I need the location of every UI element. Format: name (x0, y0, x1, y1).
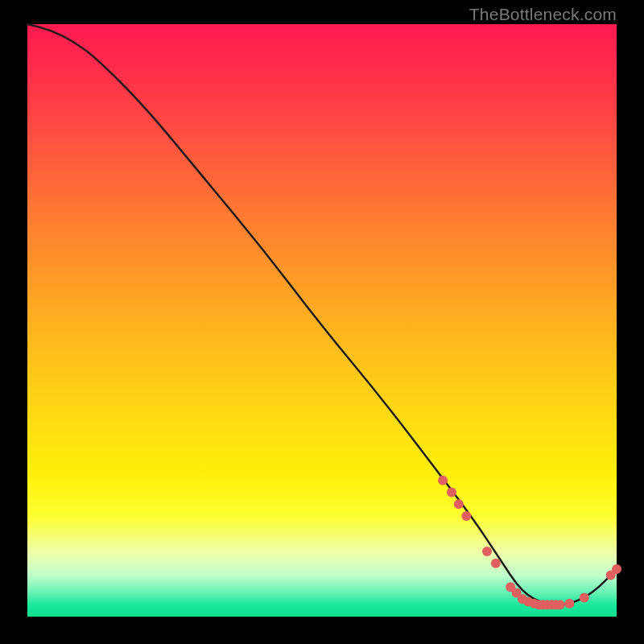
plot-area (27, 24, 617, 617)
bottleneck-curve (27, 24, 617, 605)
watermark-text: TheBottleneck.com (469, 5, 617, 24)
data-marker (612, 564, 621, 574)
data-marker (454, 499, 464, 509)
data-marker (580, 592, 589, 602)
curve-layer (27, 24, 617, 617)
chart-frame: TheBottleneck.com (0, 0, 644, 644)
marker-group (438, 476, 621, 610)
data-marker (564, 599, 574, 609)
data-marker (447, 487, 456, 497)
data-marker (438, 476, 448, 485)
data-marker (555, 600, 565, 609)
data-marker (461, 511, 471, 521)
data-marker (491, 559, 501, 568)
data-marker (482, 547, 492, 556)
